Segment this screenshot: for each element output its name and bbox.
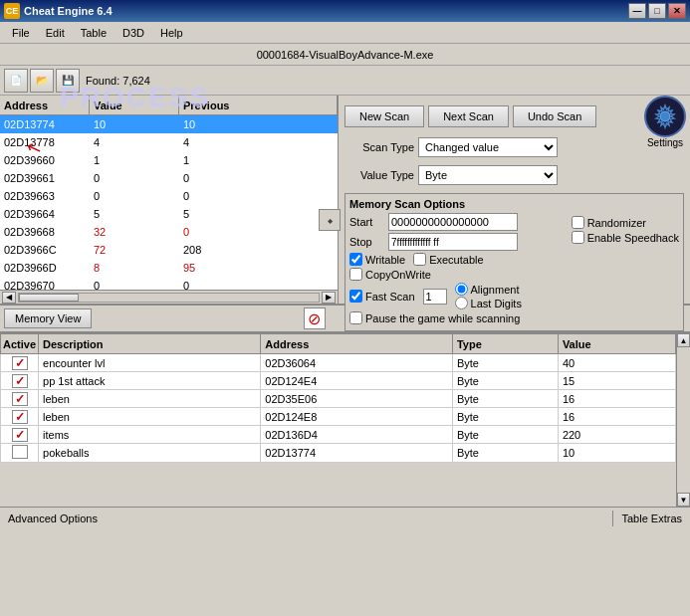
addr-table-row[interactable]: ✓items02D136D4Byte220 xyxy=(1,426,676,444)
menu-d3d[interactable]: D3D xyxy=(115,25,152,41)
scan-prev-cell: 0 xyxy=(179,279,338,290)
writable-checkbox-row[interactable]: Writable xyxy=(349,253,405,266)
scan-list-row[interactable]: 02D3967000 xyxy=(0,277,338,290)
scan-type-select[interactable]: Changed value xyxy=(418,137,558,157)
active-checkbox[interactable]: ✓ xyxy=(12,428,28,442)
scan-list-row[interactable]: 02D1377844 xyxy=(0,133,338,151)
open-button[interactable]: 📂 xyxy=(30,69,54,93)
last-digits-radio-row[interactable]: Last Digits xyxy=(455,297,522,309)
menu-table[interactable]: Table xyxy=(73,25,115,41)
writable-checkbox[interactable] xyxy=(349,253,362,266)
fast-scan-label: Fast Scan xyxy=(365,291,415,303)
scroll-right[interactable]: ▶ xyxy=(322,292,336,304)
addr-scroll-down[interactable]: ▼ xyxy=(677,493,690,507)
addr-active-cell: ✓ xyxy=(1,426,39,444)
copy-on-write-row[interactable]: CopyOnWrite xyxy=(349,268,564,281)
addr-scroll-up[interactable]: ▲ xyxy=(677,333,690,347)
scan-list-row[interactable]: 02D39668320 xyxy=(0,223,338,241)
scan-addr-cell: 02D39670 xyxy=(0,279,90,290)
scan-list-row[interactable]: 02D3966455 xyxy=(0,205,338,223)
scroll-thumb[interactable] xyxy=(19,294,79,302)
scan-pointer-icon[interactable]: ⬥ xyxy=(319,209,341,231)
scan-list-row[interactable]: 02D3966C72208 xyxy=(0,241,338,259)
addr-desc-cell: leben xyxy=(39,408,261,426)
addr-table-row[interactable]: pokeballs02D13774Byte10 xyxy=(1,444,676,463)
scan-list-row[interactable]: 02D3966300 xyxy=(0,187,338,205)
scan-val-cell: 4 xyxy=(90,135,179,149)
executable-checkbox[interactable] xyxy=(413,253,426,266)
value-type-select[interactable]: Byte xyxy=(418,165,558,185)
col-active: Active xyxy=(1,334,39,354)
stop-icon[interactable]: ⊘ xyxy=(304,308,326,329)
active-checkbox[interactable]: ✓ xyxy=(12,374,28,388)
addr-table-row[interactable]: ✓pp 1st attack02D124E4Byte15 xyxy=(1,372,676,390)
saved-addresses-table[interactable]: Active Description Address Type Value ✓e… xyxy=(0,333,676,507)
randomizer-row[interactable]: Randomizer xyxy=(572,216,679,229)
scan-prev-cell: 0 xyxy=(179,189,338,203)
scan-addr-cell: 02D39660 xyxy=(0,153,90,167)
scan-prev-cell: 95 xyxy=(179,261,338,275)
scan-addr-cell: 02D13774 xyxy=(0,117,90,131)
scan-list-row[interactable]: 02D137741010 xyxy=(0,115,338,133)
save-button[interactable]: 💾 xyxy=(56,69,80,93)
addr-active-cell: ✓ xyxy=(1,408,39,426)
scan-list-row[interactable]: 02D3966011 xyxy=(0,151,338,169)
active-checkbox[interactable]: ✓ xyxy=(12,392,28,406)
addr-value-cell: 10 xyxy=(558,444,675,463)
addr-active-cell xyxy=(1,444,39,463)
addr-scrollbar[interactable]: ▲ ▼ xyxy=(676,333,690,507)
addr-addr-cell: 02D136D4 xyxy=(261,426,453,444)
randomizer-checkbox[interactable] xyxy=(572,216,584,229)
scan-list-scroll[interactable]: 02D13774101002D137784402D396601102D39661… xyxy=(0,115,338,290)
alignment-radio[interactable] xyxy=(455,283,468,296)
menu-file[interactable]: File xyxy=(4,25,38,41)
undo-scan-button[interactable]: Undo Scan xyxy=(513,105,596,127)
writable-label: Writable xyxy=(365,254,405,266)
start-input[interactable] xyxy=(388,213,518,231)
col-previous: Previous xyxy=(179,96,338,114)
maximize-button[interactable]: □ xyxy=(648,3,666,19)
addr-type-cell: Byte xyxy=(452,372,558,390)
title-bar-buttons: — □ ✕ xyxy=(628,3,686,19)
radio-group: Alignment Last Digits xyxy=(455,283,522,309)
found-label: Found: 7,624 xyxy=(86,75,150,87)
addr-table-row[interactable]: ✓encounter lvl02D36064Byte40 xyxy=(1,354,676,372)
speedhack-checkbox[interactable] xyxy=(572,231,584,244)
active-checkbox[interactable]: ✓ xyxy=(12,410,28,424)
alignment-radio-row[interactable]: Alignment xyxy=(455,283,522,296)
speedhack-row[interactable]: Enable Speedhack xyxy=(572,231,679,244)
scan-list-row[interactable]: 02D3966100 xyxy=(0,169,338,187)
scan-list-row[interactable]: 02D3966D895 xyxy=(0,259,338,277)
addr-table-row[interactable]: ✓leben02D124E8Byte16 xyxy=(1,408,676,426)
active-checkbox[interactable]: ✓ xyxy=(12,356,28,370)
status-right[interactable]: Table Extras xyxy=(613,513,690,524)
active-checkbox[interactable] xyxy=(12,445,28,459)
copy-on-write-checkbox[interactable] xyxy=(349,268,362,281)
pause-game-row[interactable]: Pause the game while scanning xyxy=(349,311,564,324)
menu-help[interactable]: Help xyxy=(152,25,191,41)
h-scrollbar[interactable]: ◀ ▶ xyxy=(0,290,338,304)
settings-icon[interactable] xyxy=(644,96,686,137)
scroll-left[interactable]: ◀ xyxy=(2,292,16,304)
last-digits-label: Last Digits xyxy=(471,298,522,309)
new-scan-button[interactable]: New Scan xyxy=(345,105,424,127)
pause-game-checkbox[interactable] xyxy=(349,311,362,324)
next-scan-button[interactable]: Next Scan xyxy=(428,105,509,127)
menu-edit[interactable]: Edit xyxy=(38,25,73,41)
scan-val-cell: 8 xyxy=(90,261,179,275)
memory-view-button[interactable]: Memory View xyxy=(4,308,92,328)
addr-table-row[interactable]: ✓leben02D35E06Byte16 xyxy=(1,390,676,408)
col-address: Address xyxy=(261,334,453,354)
stop-input[interactable] xyxy=(388,233,518,251)
last-digits-radio[interactable] xyxy=(455,297,468,309)
addr-type-cell: Byte xyxy=(452,354,558,372)
new-file-button[interactable]: 📄 xyxy=(4,69,28,93)
fast-scan-row[interactable]: Fast Scan xyxy=(349,290,415,303)
minimize-button[interactable]: — xyxy=(628,3,646,19)
close-button[interactable]: ✕ xyxy=(668,3,686,19)
fast-scan-checkbox[interactable] xyxy=(349,290,362,303)
addr-desc-cell: encounter lvl xyxy=(39,354,261,372)
executable-checkbox-row[interactable]: Executable xyxy=(413,253,483,266)
status-left[interactable]: Advanced Options xyxy=(0,513,612,524)
fast-scan-value[interactable] xyxy=(423,289,447,305)
